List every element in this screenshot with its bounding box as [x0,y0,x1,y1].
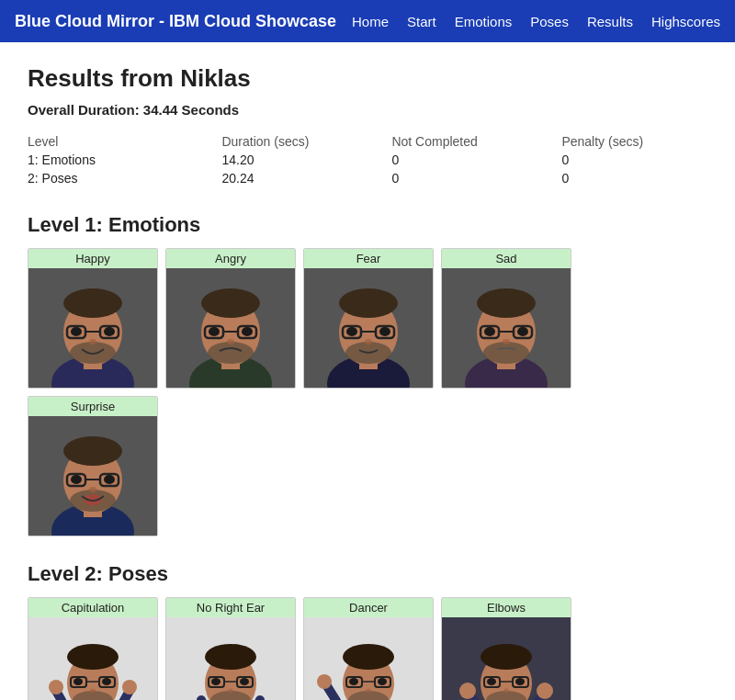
table-cell: 0 [391,169,561,187]
svg-point-21 [242,327,253,336]
navbar: Blue Cloud Mirror - IBM Cloud Showcase H… [0,0,735,42]
svg-point-40 [477,288,536,318]
emotion-card-image [28,268,157,388]
svg-point-92 [240,678,249,685]
emotion-card-label: Surprise [28,397,157,416]
svg-point-91 [211,678,220,685]
nav-home[interactable]: Home [352,14,389,29]
emotion-card-label: Sad [442,249,571,268]
table-cell: 1: Emotions [28,151,221,169]
col-duration: Duration (secs) [221,132,391,151]
nav-links: Home Start Emotions Poses Results Highsc… [352,14,720,29]
main-content: Results from Niklas Overall Duration: 34… [9,42,726,700]
emotion-card: Happy [28,248,158,389]
table-cell: 0 [561,151,707,169]
col-penalty: Penalty (secs) [561,132,707,151]
emotion-card-label: Happy [28,249,157,268]
emotion-card: Surprise [28,396,158,536]
emotion-card-label: Fear [304,249,433,268]
col-not-completed: Not Completed [391,132,561,151]
nav-highscores[interactable]: Highscores [651,14,720,29]
svg-point-23 [227,339,234,344]
svg-point-94 [228,689,233,694]
table-row: 1: Emotions14.2000 [28,151,707,169]
table-cell: 14.20 [221,151,391,169]
svg-point-9 [104,327,115,336]
svg-point-56 [71,475,82,484]
svg-point-22 [208,342,254,364]
emotions-section-title: Level 1: Emotions [28,213,707,237]
emotion-card-image [442,268,571,388]
svg-point-70 [67,644,119,670]
table-cell: 0 [391,151,561,169]
emotion-card: Fear [303,248,434,389]
svg-point-52 [63,436,122,466]
pose-card-label: No Right Ear [166,598,295,617]
pose-card-label: Elbows [442,598,571,617]
svg-point-59 [89,487,96,492]
nav-results[interactable]: Results [587,14,633,29]
table-cell: 20.24 [221,169,391,187]
pose-card: No Right Ear [165,597,296,700]
svg-point-67 [122,680,137,694]
nav-emotions[interactable]: Emotions [455,14,513,29]
svg-point-128 [487,678,496,685]
svg-point-16 [201,288,260,318]
svg-point-66 [49,680,63,694]
page-title: Results from Niklas [28,64,707,93]
svg-point-75 [102,678,111,685]
poses-grid: Capitulation No Right Ear [28,597,707,700]
svg-point-101 [317,674,332,689]
svg-point-57 [104,475,115,484]
svg-point-32 [346,327,357,336]
pose-card-image [304,617,433,700]
svg-point-87 [205,644,256,670]
col-level: Level [28,132,221,151]
svg-point-4 [63,288,122,318]
svg-point-45 [517,327,528,336]
emotions-grid: Happy Angry [28,248,707,536]
table-cell: 2: Poses [28,169,221,187]
svg-point-124 [481,644,532,670]
svg-point-77 [90,689,96,694]
svg-point-109 [349,678,358,685]
svg-point-121 [537,683,553,699]
nav-title: Blue Cloud Mirror - IBM Cloud Showcase [15,12,352,31]
pose-card-image [442,617,571,700]
svg-point-74 [74,678,83,685]
svg-point-44 [484,327,495,336]
pose-card: Dancer [303,597,434,700]
nav-poses[interactable]: Poses [530,14,569,29]
table-cell: 0 [561,169,707,187]
svg-point-112 [366,689,371,694]
stats-table: Level Duration (secs) Not Completed Pena… [28,132,707,187]
svg-point-131 [503,689,509,694]
pose-card: Elbows [441,597,571,700]
svg-point-105 [343,644,394,670]
svg-point-110 [378,678,387,685]
emotion-card-label: Angry [166,249,295,268]
emotion-card-image [166,268,295,388]
pose-card-image [166,617,295,700]
svg-point-119 [459,683,476,699]
svg-point-11 [89,339,96,344]
emotion-card-image [304,268,433,388]
emotion-card-image [28,416,157,536]
svg-point-8 [71,327,82,336]
overall-duration: Overall Duration: 34.44 Seconds [28,102,707,118]
poses-section-title: Level 2: Poses [28,562,707,586]
nav-start[interactable]: Start [407,14,436,29]
emotion-card: Angry [165,248,296,389]
svg-point-47 [503,339,510,344]
emotion-card: Sad [441,248,571,389]
pose-card-image [28,617,157,700]
svg-point-28 [339,288,398,318]
svg-point-20 [209,327,220,336]
pose-card-label: Dancer [304,598,433,617]
svg-point-33 [379,327,390,336]
svg-point-46 [483,342,529,364]
pose-card: Capitulation [28,597,158,700]
table-row: 2: Poses20.2400 [28,169,707,187]
svg-point-35 [365,339,372,344]
pose-card-label: Capitulation [28,598,157,617]
